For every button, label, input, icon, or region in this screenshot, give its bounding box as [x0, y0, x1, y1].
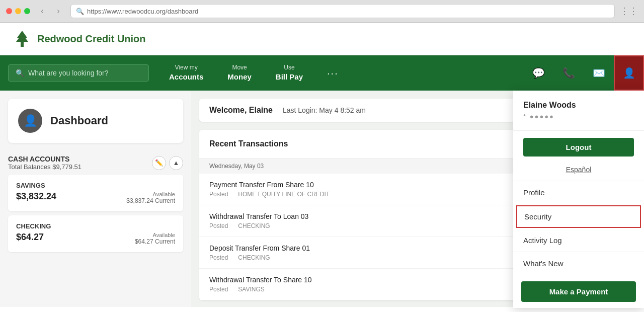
cash-accounts-total: Total Balances $9,779.51 — [8, 163, 82, 171]
savings-current: $3,837.24 Current — [126, 197, 175, 204]
tx-status-1: Posted — [209, 222, 228, 229]
tx-status-0: Posted — [209, 191, 228, 198]
user-avatar: 👤 — [18, 109, 42, 133]
back-button[interactable]: ‹ — [35, 4, 49, 18]
dashboard-card: 👤 Dashboard — [8, 99, 183, 143]
dropdown-activity-log[interactable]: Activity Log — [513, 229, 644, 252]
cash-accounts-actions: ✏️ ▲ — [152, 156, 183, 170]
nav-money-main: Money — [227, 72, 252, 82]
maximize-button[interactable] — [24, 8, 30, 14]
tx-account-3: SAVINGS — [238, 286, 264, 293]
user-dropdown-panel: Elaine Woods * ●●●●● Logout Español Prof… — [513, 91, 644, 308]
cash-accounts-header: Cash Accounts Total Balances $9,779.51 ✏… — [8, 151, 183, 175]
checking-available: $64.27 — [16, 232, 44, 243]
search-container: 🔍 What are you looking for? — [0, 55, 157, 91]
last-login: Last Login: May 4 8:52 am — [283, 106, 366, 114]
logout-button[interactable]: Logout — [523, 138, 634, 157]
nav-move-money[interactable]: Move Money — [215, 55, 264, 91]
nav-more-label: ··· — [327, 66, 339, 80]
espanol-link[interactable]: Español — [513, 164, 644, 181]
forward-button[interactable]: › — [51, 4, 65, 18]
make-payment-button[interactable]: Make a Payment — [521, 281, 636, 302]
cash-accounts-title: Cash Accounts — [8, 155, 82, 163]
address-search-icon: 🔍 — [76, 8, 84, 15]
nav-items: View my Accounts Move Money Use Bill Pay… — [157, 55, 351, 91]
cash-accounts-section: Cash Accounts Total Balances $9,779.51 ✏… — [8, 151, 183, 252]
app-container: Redwood Credit Union 🔍 What are you look… — [0, 23, 644, 312]
logo-icon — [12, 29, 32, 49]
svg-rect-2 — [21, 42, 24, 47]
savings-available-label: Available — [126, 191, 175, 197]
avatar-icon: 👤 — [24, 114, 37, 127]
email-icon: ✉️ — [593, 67, 605, 79]
tx-name-1: Withdrawal Transfer To Loan 03 — [209, 212, 308, 220]
header: Redwood Credit Union — [0, 23, 644, 55]
browser-chrome: ‹ › 🔍 https://www.redwoodcu.org/dashboar… — [0, 0, 644, 23]
close-button[interactable] — [6, 8, 12, 14]
checking-account-card[interactable]: CHECKING $64.27 Available $64.27 Current — [8, 215, 183, 252]
nav-accounts-sub: View my — [175, 64, 198, 72]
nav-spacer — [351, 55, 523, 91]
tx-name-0: Payment Transfer From Share 10 — [209, 181, 330, 189]
tx-account-2: CHECKING — [238, 254, 270, 261]
collapse-button[interactable]: ▲ — [169, 156, 183, 170]
dropdown-user-account: * ●●●●● — [523, 113, 634, 120]
checking-account-name: CHECKING — [16, 222, 175, 230]
tx-account-0: HOME EQUITY LINE OF CREDIT — [238, 191, 330, 198]
dropdown-profile[interactable]: Profile — [513, 181, 644, 204]
address-bar[interactable]: 🔍 https://www.redwoodcu.org/dashboard — [70, 4, 615, 18]
search-placeholder: What are you looking for? — [28, 69, 109, 77]
dropdown-user-info: Elaine Woods * ●●●●● — [513, 91, 644, 131]
welcome-greeting: Welcome, Elaine — [209, 106, 273, 115]
navbar-wrapper: 🔍 What are you looking for? View my Acco… — [0, 55, 644, 91]
savings-available: $3,832.24 — [16, 191, 56, 202]
chat-icon: 💬 — [532, 67, 545, 79]
minimize-button[interactable] — [15, 8, 21, 14]
nav-more[interactable]: ··· — [315, 55, 351, 91]
address-text: https://www.redwoodcu.org/dashboard — [87, 8, 198, 15]
logo: Redwood Credit Union — [12, 29, 146, 49]
transactions-title: Recent Transactions — [209, 139, 288, 148]
checking-available-label: Available — [135, 232, 175, 238]
search-box[interactable]: 🔍 What are you looking for? — [8, 64, 149, 82]
dropdown-whats-new[interactable]: What's New — [513, 252, 644, 275]
sidebar: 👤 Dashboard Cash Accounts Total Balances… — [0, 91, 191, 307]
nav-bill-main: Bill Pay — [276, 72, 303, 82]
traffic-lights — [6, 8, 30, 14]
tx-status-2: Posted — [209, 254, 228, 261]
tx-status-3: Posted — [209, 286, 228, 293]
phone-button[interactable]: 📞 — [553, 55, 584, 91]
tx-account-1: CHECKING — [238, 222, 270, 229]
search-icon: 🔍 — [16, 69, 24, 77]
checking-current: $64.27 Current — [135, 238, 175, 245]
chat-button[interactable]: 💬 — [523, 55, 553, 91]
dropdown-user-name: Elaine Woods — [523, 101, 634, 110]
savings-account-name: SAVINGS — [16, 182, 175, 189]
browser-nav-buttons: ‹ › — [35, 4, 65, 18]
tx-name-3: Withdrawal Transfer To Share 10 — [209, 276, 312, 284]
browser-menu-icon[interactable]: ⋮⋮ — [620, 6, 638, 17]
savings-account-card[interactable]: SAVINGS $3,832.24 Available $3,837.24 Cu… — [8, 175, 183, 211]
email-button[interactable]: ✉️ — [584, 55, 614, 91]
edit-button[interactable]: ✏️ — [152, 156, 166, 170]
navbar: 🔍 What are you looking for? View my Acco… — [0, 55, 644, 91]
nav-accounts-main: Accounts — [169, 72, 203, 82]
nav-bill-pay[interactable]: Use Bill Pay — [264, 55, 315, 91]
phone-icon: 📞 — [562, 67, 575, 79]
dropdown-security[interactable]: Security — [516, 205, 641, 228]
nav-actions: 💬 📞 ✉️ 👤 — [523, 55, 644, 91]
nav-view-accounts[interactable]: View my Accounts — [157, 55, 215, 91]
tx-name-2: Deposit Transfer From Share 01 — [209, 244, 310, 252]
nav-money-sub: Move — [232, 64, 247, 72]
user-profile-button[interactable]: 👤 — [614, 55, 644, 91]
user-icon: 👤 — [623, 67, 635, 79]
logo-text: Redwood Credit Union — [37, 33, 146, 45]
dashboard-label: Dashboard — [50, 114, 108, 127]
savings-balance-row: $3,832.24 Available $3,837.24 Current — [16, 191, 175, 204]
nav-bill-sub: Use — [284, 64, 294, 72]
checking-balance-row: $64.27 Available $64.27 Current — [16, 232, 175, 245]
